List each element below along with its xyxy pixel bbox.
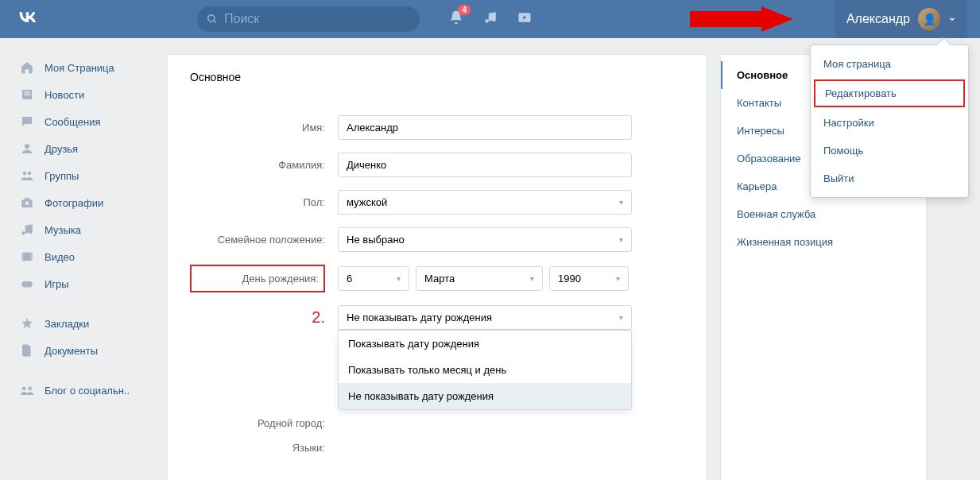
svg-point-8	[23, 172, 27, 176]
vk-logo[interactable]	[16, 6, 38, 33]
sex-value: мужской	[347, 196, 387, 208]
visibility-wrap: Не показывать дату рождения ▾ Показывать…	[338, 305, 632, 330]
label-hometown: Родной город:	[190, 417, 325, 429]
chevron-down-icon: ▾	[619, 235, 623, 244]
friends-icon	[19, 141, 35, 156]
svg-marker-3	[690, 6, 793, 32]
dropdown-item-help[interactable]: Помощь	[811, 137, 968, 165]
video-play-icon[interactable]	[517, 10, 533, 29]
user-name: Александр	[846, 12, 910, 26]
sidebar-item-label: Сообщения	[45, 116, 101, 128]
chevron-down-icon: ▾	[619, 313, 623, 322]
sex-select[interactable]: мужской ▾	[338, 190, 632, 215]
music-icon[interactable]	[483, 10, 498, 28]
search-box[interactable]: Поиск	[197, 6, 420, 32]
sidebar-item-label: Документы	[45, 345, 98, 357]
bd-day-select[interactable]: 6▾	[338, 266, 409, 291]
sidebar-item-friends[interactable]: Друзья	[11, 135, 154, 162]
notifications-icon[interactable]: 4	[448, 10, 464, 29]
svg-point-11	[25, 202, 29, 206]
notif-badge: 4	[458, 5, 471, 15]
sidebar-item-documents[interactable]: Документы	[11, 337, 154, 364]
row-hometown: Родной город:	[190, 417, 684, 429]
search-icon	[207, 14, 218, 25]
sidebar-item-label: Группы	[45, 170, 79, 182]
row-languages: Языки:	[190, 442, 684, 454]
step2-label-area: 2.	[190, 308, 325, 327]
sidebar-item-games[interactable]: Игры	[11, 270, 154, 297]
sidebar-item-messages[interactable]: Сообщения	[11, 108, 154, 135]
camera-icon	[19, 195, 35, 210]
search-placeholder: Поиск	[224, 12, 259, 26]
row-name: Имя:	[190, 115, 684, 140]
sidebar-item-photos[interactable]: Фотографии	[11, 189, 154, 216]
label-languages: Языки:	[190, 442, 325, 454]
sidebar-item-label: Видео	[45, 251, 75, 263]
dropdown-item-settings[interactable]: Настройки	[811, 109, 968, 137]
row-birthday: День рождения: 6▾ Марта▾ 1990▾	[190, 265, 684, 292]
bd-year-select[interactable]: 1990▾	[549, 266, 629, 291]
news-icon	[19, 87, 35, 102]
settings-tab-life[interactable]: Жизненная позиция	[721, 228, 926, 256]
birthday-selects: 6▾ Марта▾ 1990▾	[338, 266, 629, 291]
label-sex: Пол:	[190, 196, 325, 208]
home-icon	[19, 60, 35, 75]
settings-tab-military[interactable]: Военная служба	[721, 200, 926, 228]
visibility-option[interactable]: Показывать только месяц и день	[339, 357, 631, 383]
chevron-down-icon	[948, 15, 956, 23]
svg-line-1	[214, 21, 216, 23]
sidebar-item-label: Моя Страница	[45, 62, 114, 74]
visibility-value: Не показывать дату рождения	[347, 312, 492, 323]
chevron-down-icon: ▾	[530, 274, 534, 283]
bd-year-value: 1990	[558, 273, 581, 285]
sidebar-item-groups[interactable]: Группы	[11, 162, 154, 189]
row-surname: Фамилия:	[190, 153, 684, 177]
sidebar-item-label: Закладки	[45, 318, 89, 330]
marital-select[interactable]: Не выбрано ▾	[338, 227, 632, 252]
page-title: Основное	[190, 71, 684, 83]
dropdown-item-logout[interactable]: Выйти	[811, 165, 968, 192]
user-dropdown-menu: Моя страница Редактировать Настройки Пом…	[810, 45, 969, 198]
dropdown-item-mypage[interactable]: Моя страница	[811, 50, 968, 78]
name-input[interactable]	[338, 115, 632, 140]
top-header: Поиск 4 Александр 👤	[0, 0, 980, 38]
sidebar-item-label: Друзья	[45, 143, 78, 155]
visibility-select[interactable]: Не показывать дату рождения ▾	[338, 305, 632, 330]
svg-point-18	[29, 387, 33, 391]
left-sidebar: Моя Страница Новости Сообщения Друзья Гр…	[11, 54, 154, 480]
visibility-option[interactable]: Показывать дату рождения	[339, 331, 631, 357]
sidebar-item-label: Игры	[45, 278, 69, 290]
chevron-down-icon: ▾	[616, 274, 620, 283]
marital-value: Не выбрано	[347, 234, 405, 246]
sidebar-item-label: Музыка	[45, 224, 81, 236]
dropdown-item-edit[interactable]: Редактировать	[814, 79, 965, 107]
label-birthday: День рождения:	[190, 265, 325, 292]
user-avatar: 👤	[918, 8, 940, 30]
red-arrow-annotation	[690, 6, 793, 35]
svg-rect-5	[24, 91, 30, 93]
svg-point-0	[208, 15, 215, 21]
sidebar-item-music[interactable]: Музыка	[11, 216, 154, 243]
sidebar-item-label: Новости	[45, 89, 84, 101]
messages-icon	[19, 114, 35, 129]
bd-day-value: 6	[347, 273, 352, 285]
label-surname: Фамилия:	[190, 159, 325, 171]
svg-point-17	[22, 387, 26, 391]
svg-point-7	[25, 144, 29, 149]
sidebar-item-videos[interactable]: Видео	[11, 243, 154, 270]
svg-rect-12	[25, 198, 29, 200]
header-icons: 4	[448, 10, 533, 29]
svg-rect-16	[21, 281, 33, 288]
user-menu[interactable]: Александр 👤	[835, 0, 967, 38]
sidebar-item-label: Блог о социальн..	[45, 385, 130, 397]
sidebar-item-mypage[interactable]: Моя Страница	[11, 54, 154, 81]
surname-input[interactable]	[338, 153, 632, 177]
sidebar-item-news[interactable]: Новости	[11, 81, 154, 108]
gamepad-icon	[19, 277, 35, 291]
visibility-option-selected[interactable]: Не показывать дату рождения	[339, 383, 631, 409]
sidebar-item-bookmarks[interactable]: Закладки	[11, 310, 154, 337]
bd-month-select[interactable]: Марта▾	[416, 266, 543, 291]
film-icon	[19, 250, 35, 264]
svg-rect-15	[31, 253, 33, 261]
sidebar-item-blog[interactable]: Блог о социальн..	[11, 377, 154, 404]
